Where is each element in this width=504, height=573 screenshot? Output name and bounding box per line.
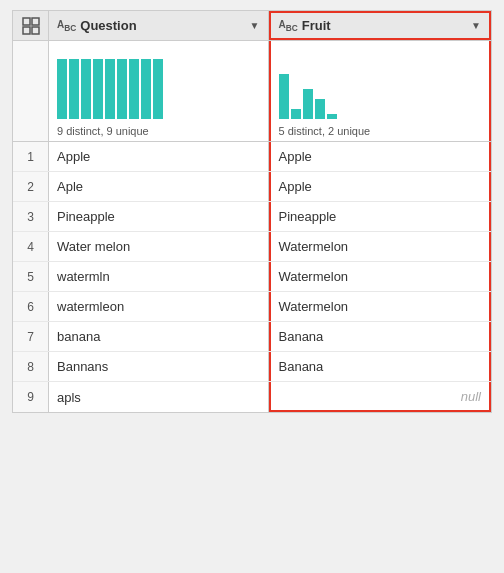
data-table: ABC Question ▼ ABC Fruit ▼ 9 disti bbox=[12, 10, 492, 413]
chart-row: 9 distinct, 9 unique 5 distinct, 2 uniqu… bbox=[13, 41, 491, 142]
question-cell: Pineapple bbox=[49, 202, 269, 231]
question-cell: Aple bbox=[49, 172, 269, 201]
fruit-cell: Apple bbox=[269, 172, 492, 201]
bar bbox=[279, 74, 289, 119]
fruit-chart-label: 5 distinct, 2 unique bbox=[279, 125, 371, 137]
fruit-cell: Watermelon bbox=[269, 292, 492, 321]
question-chart-cell: 9 distinct, 9 unique bbox=[49, 41, 269, 141]
bar bbox=[81, 59, 91, 119]
question-bar-chart bbox=[57, 49, 163, 119]
question-cell: banana bbox=[49, 322, 269, 351]
question-cell: apls bbox=[49, 382, 269, 412]
row-number: 7 bbox=[13, 322, 49, 351]
svg-rect-2 bbox=[23, 27, 30, 34]
question-col-type-icon: ABC bbox=[57, 19, 76, 33]
fruit-cell: Banana bbox=[269, 352, 492, 381]
question-col-title: Question bbox=[80, 18, 245, 33]
fruit-cell: Watermelon bbox=[269, 232, 492, 261]
table-row: 5watermlnWatermelon bbox=[13, 262, 491, 292]
question-cell: Apple bbox=[49, 142, 269, 171]
data-rows: 1AppleApple2ApleApple3PineapplePineapple… bbox=[13, 142, 491, 412]
row-number: 2 bbox=[13, 172, 49, 201]
bar bbox=[117, 59, 127, 119]
header-row: ABC Question ▼ ABC Fruit ▼ bbox=[13, 11, 491, 41]
fruit-column-header[interactable]: ABC Fruit ▼ bbox=[269, 11, 492, 40]
grid-icon bbox=[22, 17, 40, 35]
svg-rect-3 bbox=[32, 27, 39, 34]
table-row: 3PineapplePineapple bbox=[13, 202, 491, 232]
row-number: 6 bbox=[13, 292, 49, 321]
fruit-cell: Banana bbox=[269, 322, 492, 351]
bar bbox=[153, 59, 163, 119]
row-number: 9 bbox=[13, 382, 49, 412]
bar bbox=[69, 59, 79, 119]
bar bbox=[327, 114, 337, 119]
table-row: 7bananaBanana bbox=[13, 322, 491, 352]
row-number: 1 bbox=[13, 142, 49, 171]
question-col-dropdown[interactable]: ▼ bbox=[250, 20, 260, 31]
row-num-header bbox=[13, 11, 49, 40]
table-row: 6watermleonWatermelon bbox=[13, 292, 491, 322]
table-row: 1AppleApple bbox=[13, 142, 491, 172]
bar bbox=[129, 59, 139, 119]
fruit-col-type-icon: ABC bbox=[279, 19, 298, 33]
bar bbox=[93, 59, 103, 119]
fruit-cell: Watermelon bbox=[269, 262, 492, 291]
fruit-cell: null bbox=[269, 382, 492, 412]
question-cell: Bannans bbox=[49, 352, 269, 381]
question-column-header[interactable]: ABC Question ▼ bbox=[49, 11, 269, 40]
bar bbox=[57, 59, 67, 119]
bar bbox=[105, 59, 115, 119]
fruit-col-title: Fruit bbox=[302, 18, 467, 33]
fruit-chart-cell: 5 distinct, 2 unique bbox=[269, 41, 492, 141]
row-number: 5 bbox=[13, 262, 49, 291]
chart-row-num bbox=[13, 41, 49, 141]
fruit-col-dropdown[interactable]: ▼ bbox=[471, 20, 481, 31]
fruit-bar-chart bbox=[279, 49, 337, 119]
bar bbox=[141, 59, 151, 119]
question-cell: watermleon bbox=[49, 292, 269, 321]
table-row: 8BannansBanana bbox=[13, 352, 491, 382]
row-number: 3 bbox=[13, 202, 49, 231]
row-number: 4 bbox=[13, 232, 49, 261]
fruit-cell: Pineapple bbox=[269, 202, 492, 231]
bar bbox=[291, 109, 301, 119]
bar bbox=[315, 99, 325, 119]
bar bbox=[303, 89, 313, 119]
table-row: 9aplsnull bbox=[13, 382, 491, 412]
question-chart-label: 9 distinct, 9 unique bbox=[57, 125, 149, 137]
row-number: 8 bbox=[13, 352, 49, 381]
question-cell: watermln bbox=[49, 262, 269, 291]
question-cell: Water melon bbox=[49, 232, 269, 261]
table-row: 2ApleApple bbox=[13, 172, 491, 202]
table-row: 4Water melonWatermelon bbox=[13, 232, 491, 262]
fruit-cell: Apple bbox=[269, 142, 492, 171]
svg-rect-0 bbox=[23, 18, 30, 25]
svg-rect-1 bbox=[32, 18, 39, 25]
